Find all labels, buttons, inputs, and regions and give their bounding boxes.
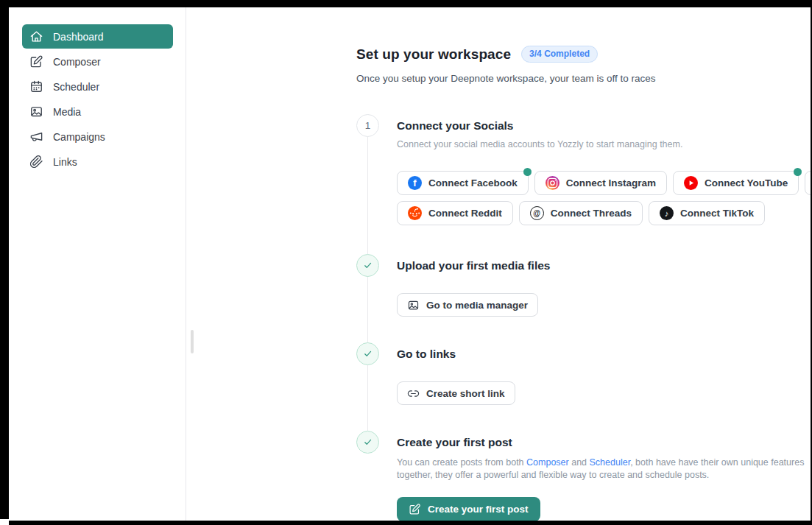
connect-youtube-button[interactable]: Connect YouTube	[673, 171, 799, 195]
sidebar-item-label: Media	[53, 106, 81, 118]
connect-tiktok-button[interactable]: ♪ Connect TikTok	[649, 201, 765, 225]
step-upload-media: Upload your first media files Go to medi…	[356, 258, 811, 317]
button-label: Create short link	[426, 388, 505, 399]
step-body: Go to links Create short link	[397, 347, 515, 405]
sidebar-item-links[interactable]: Links	[22, 149, 173, 174]
step-create-first-post: Create your first post You can create po…	[356, 435, 811, 521]
selection-marquee	[10, 522, 812, 524]
sidebar-item-label: Scheduler	[53, 81, 99, 93]
button-label: Connect YouTube	[705, 177, 788, 188]
social-buttons-row-1: f Connect Facebook Connect Instagram	[397, 171, 811, 195]
connected-dot	[794, 168, 802, 176]
paperclip-icon	[29, 155, 43, 169]
step-title: Upload your first media files	[397, 258, 550, 272]
connect-threads-button[interactable]: @ Connect Threads	[519, 201, 643, 225]
connect-instagram-button[interactable]: Connect Instagram	[534, 171, 667, 195]
app-window: Dashboard Composer Scheduler Media Campa…	[9, 7, 811, 521]
sidebar-item-label: Campaigns	[53, 131, 105, 143]
composer-link[interactable]: Composer	[526, 457, 569, 468]
step-check-badge	[356, 254, 379, 277]
check-icon	[362, 437, 373, 448]
step-go-to-links: Go to links Create short link	[356, 347, 811, 405]
threads-icon: @	[530, 206, 544, 220]
image-icon	[407, 299, 420, 311]
connect-x-button[interactable]: X Connect X	[805, 171, 811, 195]
button-label: Connect Reddit	[428, 208, 502, 219]
page-subtitle: Once you setup your Deepnote workspace, …	[356, 73, 811, 84]
step-check-badge	[356, 431, 379, 454]
step-title: Connect your Socials	[397, 119, 811, 133]
completion-badge: 3/4 Completed	[521, 46, 598, 63]
instagram-icon	[546, 176, 559, 190]
sidebar-item-label: Links	[53, 156, 77, 168]
sidebar: Dashboard Composer Scheduler Media Campa…	[9, 7, 186, 521]
main-content: Set up your workspace 3/4 Completed Once…	[187, 7, 811, 521]
step-connect-socials: 1 Connect your Socials Connect your soci…	[356, 119, 811, 225]
button-label: Connect TikTok	[680, 208, 754, 219]
scheduler-link[interactable]: Scheduler	[590, 457, 631, 468]
megaphone-icon	[29, 130, 43, 144]
button-label: Connect Threads	[551, 208, 632, 219]
compose-icon	[409, 503, 421, 515]
calendar-icon	[29, 80, 43, 94]
tiktok-icon: ♪	[660, 206, 674, 220]
step-body: Upload your first media files Go to medi…	[397, 258, 550, 317]
button-label: Create your first post	[428, 504, 529, 515]
step-body: Connect your Socials Connect your social…	[397, 119, 811, 225]
page-header: Set up your workspace 3/4 Completed	[356, 46, 811, 63]
description-text: and	[569, 457, 590, 468]
step-number-badge: 1	[356, 114, 379, 137]
social-buttons: f Connect Facebook Connect Instagram	[397, 171, 811, 225]
connected-dot	[523, 168, 532, 176]
youtube-icon	[684, 176, 698, 190]
sidebar-item-media[interactable]: Media	[22, 99, 173, 124]
sidebar-item-campaigns[interactable]: Campaigns	[22, 124, 173, 149]
facebook-icon: f	[408, 176, 422, 190]
page-title: Set up your workspace	[356, 46, 511, 63]
onboarding-steps: 1 Connect your Socials Connect your soci…	[356, 119, 811, 521]
home-icon	[29, 29, 43, 43]
button-label: Connect Facebook	[428, 177, 518, 188]
link-icon	[407, 387, 420, 400]
sidebar-item-label: Composer	[53, 56, 101, 68]
reddit-icon	[408, 206, 422, 220]
step-description: Connect your social media accounts to Yo…	[397, 138, 811, 151]
sidebar-item-composer[interactable]: Composer	[22, 49, 173, 74]
sidebar-item-scheduler[interactable]: Scheduler	[22, 74, 173, 99]
sidebar-item-dashboard[interactable]: Dashboard	[22, 24, 173, 49]
compose-icon	[29, 54, 43, 68]
button-label: Go to media manager	[426, 300, 528, 311]
step-check-badge	[356, 342, 379, 365]
step-title: Go to links	[397, 347, 515, 361]
check-icon	[362, 348, 373, 359]
sidebar-item-label: Dashboard	[53, 31, 104, 43]
step-description: You can create posts from both Composer …	[397, 457, 811, 481]
create-first-post-button[interactable]: Create your first post	[397, 497, 540, 521]
connect-reddit-button[interactable]: Connect Reddit	[397, 201, 513, 225]
social-buttons-row-2: Connect Reddit @ Connect Threads ♪ Conne…	[397, 201, 811, 225]
image-icon	[29, 105, 43, 119]
step-title: Create your first post	[397, 435, 811, 449]
screenshot-corner-artifact	[0, 519, 9, 525]
description-text: You can create posts from both	[397, 457, 526, 468]
go-to-media-manager-button[interactable]: Go to media manager	[397, 293, 538, 317]
create-short-link-button[interactable]: Create short link	[397, 381, 515, 405]
button-label: Connect Instagram	[566, 177, 656, 188]
connect-facebook-button[interactable]: f Connect Facebook	[397, 171, 529, 195]
step-body: Create your first post You can create po…	[397, 435, 811, 521]
check-icon	[362, 260, 373, 271]
